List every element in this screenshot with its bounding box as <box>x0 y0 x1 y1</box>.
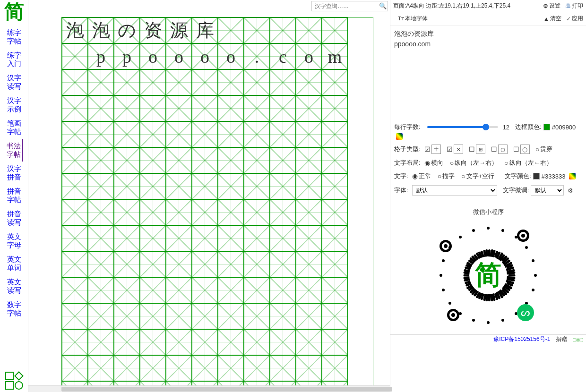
grid-cell <box>192 173 218 199</box>
nav-item-0[interactable]: 练字字帖 <box>6 26 23 48</box>
grid-cell <box>62 225 88 251</box>
grid-cell <box>88 355 114 381</box>
layout-vertical-lr[interactable]: 纵向（左→右） <box>450 159 498 167</box>
local-font-button[interactable]: 本地字体 <box>398 15 428 23</box>
icp-link[interactable]: 豫ICP备15025156号-1 <box>493 335 550 343</box>
nav-item-8[interactable]: 拼音读写 <box>6 207 23 230</box>
grid-cell <box>244 17 270 43</box>
clear-button[interactable]: 清空 <box>543 15 561 23</box>
qr-code: 简 ᔕ <box>434 221 543 330</box>
grid-cell <box>166 69 192 95</box>
nav-shapes-icon[interactable] <box>5 371 24 392</box>
nav-item-3[interactable]: 汉字示例 <box>6 94 23 116</box>
grid-cell <box>114 147 140 173</box>
qr-center-logo: 简 <box>469 256 507 294</box>
footer-icons[interactable]: ⬚◇⬚ <box>573 336 583 343</box>
grid-cell <box>296 95 322 121</box>
nav-item-4[interactable]: 笔画字帖 <box>6 116 23 139</box>
nav-item-11[interactable]: 英文读写 <box>6 275 23 298</box>
grid-cell <box>244 121 270 147</box>
settings-button[interactable]: 设置 <box>543 2 560 10</box>
horizontal-scrollbar[interactable] <box>28 385 390 392</box>
grid-type-3[interactable]: ⊞ <box>469 145 486 154</box>
font-tune-select[interactable]: 默认 <box>531 185 564 196</box>
grid-cell: o <box>192 43 218 69</box>
grid-cell <box>322 251 348 277</box>
grid-cell <box>322 381 348 385</box>
grid-cell <box>62 95 88 121</box>
grid-type-2[interactable]: ✕ <box>447 145 464 154</box>
grid-cell <box>270 69 296 95</box>
topbar: 🔍 <box>28 0 390 12</box>
grid-cell: m <box>322 43 348 69</box>
palette-icon[interactable] <box>396 133 403 140</box>
text-blank[interactable]: 文字+空行 <box>461 172 494 180</box>
search-icon[interactable]: 🔍 <box>378 2 388 9</box>
grid-cell <box>296 121 322 147</box>
grid-type-1[interactable]: 十 <box>424 145 442 154</box>
grid-cell <box>192 199 218 225</box>
grid-cell: 泡 <box>88 17 114 43</box>
nav-item-12[interactable]: 数字字帖 <box>6 298 23 320</box>
grid-cell: 库 <box>192 17 218 43</box>
grid-cell <box>88 173 114 199</box>
donate-link[interactable]: 捐赠 <box>556 335 567 343</box>
grid-cell <box>62 43 88 69</box>
grid-cell <box>192 147 218 173</box>
text-normal[interactable]: 正常 <box>412 172 431 180</box>
grid-cell <box>296 355 322 381</box>
grid-cell <box>296 69 322 95</box>
grid-cell <box>62 329 88 355</box>
grid-cell <box>218 147 244 173</box>
border-color-swatch[interactable] <box>543 124 550 130</box>
grid-cell <box>270 17 296 43</box>
font-select[interactable]: 默认 <box>412 185 497 196</box>
text-color-label: 文字颜色: <box>505 172 531 180</box>
wechat-icon: ᔕ <box>517 304 534 321</box>
grid-cell <box>88 303 114 329</box>
grid-cell: c <box>270 43 296 69</box>
print-button[interactable]: 打印 <box>565 2 583 10</box>
search-input[interactable] <box>312 2 378 10</box>
grid-cell <box>140 199 166 225</box>
grid-cell <box>270 147 296 173</box>
palette-icon-2[interactable] <box>569 173 576 179</box>
grid-cell <box>192 381 218 385</box>
chars-per-row-label: 每行字数: <box>394 123 421 131</box>
layout-vertical-rl[interactable]: 纵向（左←右） <box>504 159 552 167</box>
grid-cell: p <box>88 43 114 69</box>
chars-per-row-slider[interactable] <box>427 126 498 128</box>
nav-item-10[interactable]: 英文单词 <box>6 252 23 275</box>
grid-cell <box>166 251 192 277</box>
nav-item-6[interactable]: 汉字拼音 <box>6 162 23 184</box>
layout-horizontal[interactable]: 横向 <box>424 159 443 167</box>
nav-item-7[interactable]: 拼音字帖 <box>6 184 23 207</box>
grid-cell <box>218 381 244 385</box>
font-tune-gear-icon[interactable] <box>568 187 574 194</box>
grid-cell <box>140 329 166 355</box>
text-trace[interactable]: 描字 <box>438 172 455 180</box>
grid-cell <box>62 199 88 225</box>
grid-cell <box>88 199 114 225</box>
page-info: 页面:A4纵向 边距:左19.1,右19.1,上25.4,下25.4 <box>393 2 510 10</box>
grid-cell <box>140 95 166 121</box>
grid-cell <box>322 303 348 329</box>
nav-item-9[interactable]: 英文字母 <box>6 230 23 252</box>
grid-type-4[interactable]: ▢ <box>491 145 508 154</box>
text-color-swatch[interactable] <box>533 173 540 179</box>
footer: 豫ICP备15025156号-1 捐赠 ⬚◇⬚ <box>390 334 586 344</box>
border-color-value: #009900 <box>552 124 576 131</box>
nav-item-5[interactable]: 书法字帖 <box>6 139 23 162</box>
grid-cell <box>322 173 348 199</box>
grid-cell <box>166 303 192 329</box>
grid-type-5[interactable]: ◯ <box>513 145 531 154</box>
apply-button[interactable]: 应用 <box>566 15 583 23</box>
nav-item-2[interactable]: 汉字读写 <box>6 71 23 94</box>
text-input-area[interactable]: 泡泡の资源库 ppoooo.com <box>390 26 586 120</box>
grid-cell <box>296 329 322 355</box>
canvas-area[interactable]: 泡泡の资源库ppoooo.com <box>28 12 390 385</box>
nav-item-1[interactable]: 练字入门 <box>6 48 23 71</box>
grid-cell <box>322 199 348 225</box>
through-radio[interactable]: 贯穿 <box>535 145 552 153</box>
grid-cell <box>166 277 192 303</box>
